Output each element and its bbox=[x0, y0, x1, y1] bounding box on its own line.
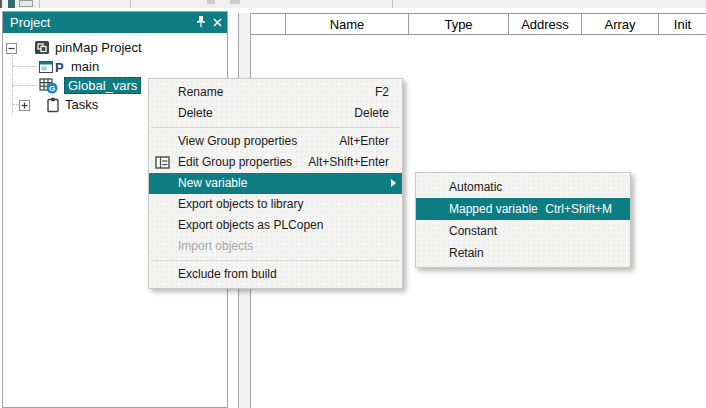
column-header-label: Array bbox=[604, 17, 635, 32]
menu-item-rename[interactable]: RenameF2 bbox=[149, 82, 402, 103]
column-header-label: Address bbox=[521, 17, 569, 32]
menu-item-retain[interactable]: Retain bbox=[416, 242, 630, 264]
menu-item-export-objects-to-library[interactable]: Export objects to library bbox=[149, 194, 402, 215]
close-icon[interactable] bbox=[213, 15, 222, 30]
pin-icon[interactable] bbox=[196, 15, 206, 31]
tree-item-label[interactable]: main bbox=[71, 59, 99, 74]
menu-item-shortcut: F2 bbox=[375, 82, 389, 103]
menu-item-label: Delete bbox=[178, 103, 354, 124]
menu-item-label: Exclude from build bbox=[178, 264, 389, 285]
toolbar-icon-fragment bbox=[230, 0, 240, 4]
menu-item-label: View Group properties bbox=[178, 131, 339, 152]
toolbar-icon-fragment bbox=[19, 0, 33, 7]
menu-item-export-objects-as-plcopen[interactable]: Export objects as PLCopen bbox=[149, 215, 402, 236]
menu-item-label: Export objects as PLCopen bbox=[178, 215, 389, 236]
column-header-address[interactable]: Address bbox=[509, 14, 582, 35]
menu-item-label: Edit Group properties bbox=[178, 152, 308, 173]
column-header-array[interactable]: Array bbox=[582, 14, 659, 35]
menu-separator bbox=[151, 127, 400, 128]
menu-item-label: Automatic bbox=[449, 176, 612, 198]
svg-text:P: P bbox=[55, 60, 64, 74]
menu-item-import-objects: Import objects bbox=[149, 236, 402, 257]
toolbar-separator bbox=[130, 0, 131, 8]
minus-expander-icon[interactable] bbox=[6, 42, 17, 53]
new-variable-submenu: AutomaticMapped variableCtrl+Shift+MCons… bbox=[415, 172, 631, 268]
menu-item-label: Retain bbox=[449, 242, 612, 264]
tasks-icon bbox=[46, 97, 60, 113]
menu-item-shortcut: Delete bbox=[354, 103, 389, 124]
pou-icon: P bbox=[39, 60, 66, 74]
menu-separator bbox=[151, 260, 400, 261]
menu-item-delete[interactable]: DeleteDelete bbox=[149, 103, 402, 124]
panel-title: Project bbox=[10, 15, 50, 30]
menu-item-label: Rename bbox=[178, 82, 375, 103]
plus-expander-icon[interactable] bbox=[19, 99, 30, 110]
svg-text:G: G bbox=[49, 84, 55, 93]
tree-item-pinmap-project[interactable]: pinMap Project bbox=[3, 38, 227, 57]
column-header-init[interactable]: Init bbox=[659, 14, 706, 35]
menu-item-shortcut: Alt+Shift+Enter bbox=[308, 152, 389, 173]
menu-item-label: New variable bbox=[178, 173, 389, 194]
menu-item-shortcut: Alt+Enter bbox=[339, 131, 389, 152]
menu-item-new-variable[interactable]: New variable bbox=[149, 173, 402, 194]
global-vars-icon: G bbox=[39, 78, 59, 94]
toolbar-separator bbox=[39, 0, 40, 8]
column-header-name[interactable]: Name bbox=[286, 14, 409, 35]
grid-header: NameTypeAddressArrayInit bbox=[251, 14, 706, 35]
menu-item-label: Export objects to library bbox=[178, 194, 389, 215]
toolbar-icon-fragment bbox=[8, 0, 15, 8]
menu-item-automatic[interactable]: Automatic bbox=[416, 176, 630, 198]
column-header-label: Name bbox=[330, 17, 365, 32]
menu-item-mapped-variable[interactable]: Mapped variableCtrl+Shift+M bbox=[416, 198, 630, 220]
tree-item-label[interactable]: Global_vars bbox=[64, 77, 141, 94]
column-header-type[interactable]: Type bbox=[409, 14, 509, 35]
menu-item-edit-group-properties[interactable]: Edit Group propertiesAlt+Shift+Enter bbox=[149, 152, 402, 173]
menu-item-view-group-properties[interactable]: View Group propertiesAlt+Enter bbox=[149, 131, 402, 152]
toolbar-separator bbox=[392, 0, 393, 8]
tree-item-label[interactable]: pinMap Project bbox=[55, 40, 142, 55]
tree-item-main[interactable]: Pmain bbox=[3, 57, 227, 76]
toolbar-icon-fragment bbox=[207, 0, 215, 4]
context-menu: RenameF2DeleteDeleteView Group propertie… bbox=[148, 78, 403, 289]
menu-item-label: Import objects bbox=[178, 236, 389, 257]
menu-item-constant[interactable]: Constant bbox=[416, 220, 630, 242]
menu-item-label: Mapped variable bbox=[449, 198, 545, 220]
column-header-label: Type bbox=[444, 17, 472, 32]
menu-item-shortcut: Ctrl+Shift+M bbox=[545, 198, 612, 220]
project-panel-header: Project bbox=[3, 12, 227, 33]
tree-item-label[interactable]: Tasks bbox=[65, 97, 98, 112]
menu-item-label: Constant bbox=[449, 220, 612, 242]
column-header-label: Init bbox=[674, 17, 691, 32]
column-header-row-selector[interactable] bbox=[251, 14, 286, 35]
toolbar-sliver bbox=[0, 0, 706, 8]
menu-item-exclude-from-build[interactable]: Exclude from build bbox=[149, 264, 402, 285]
submenu-arrow-icon bbox=[391, 179, 396, 187]
project-icon bbox=[34, 40, 50, 55]
